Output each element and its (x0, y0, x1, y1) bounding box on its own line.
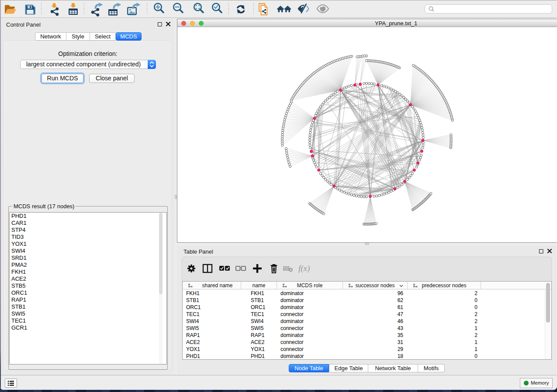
svg-text:f(x): f(x) (298, 264, 310, 273)
